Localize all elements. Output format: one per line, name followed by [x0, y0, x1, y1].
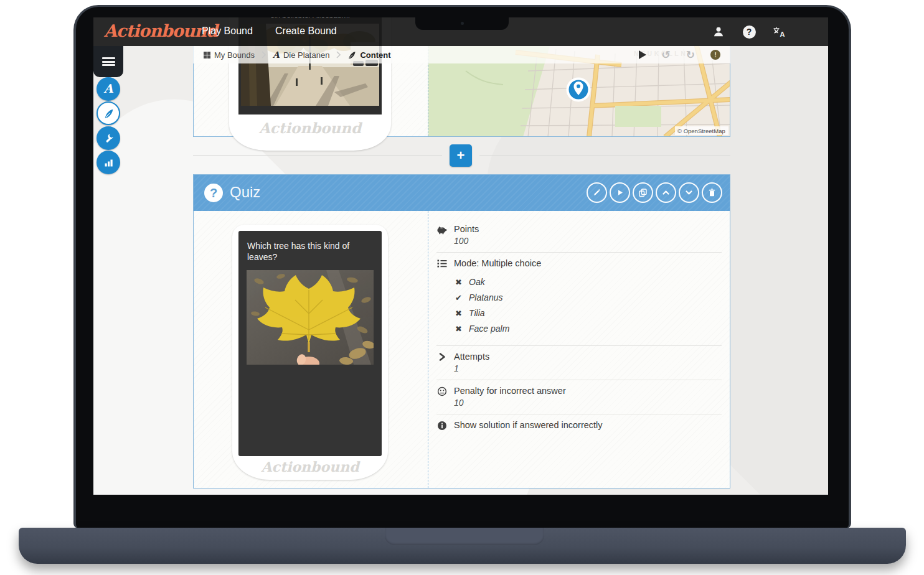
- quiz-photo-leaf: [247, 270, 374, 365]
- breadcrumb-my-bounds[interactable]: My Bounds: [204, 50, 255, 60]
- sidebar-item-settings[interactable]: [97, 126, 120, 150]
- move-up-button[interactable]: [656, 182, 676, 203]
- grid-icon: [204, 52, 210, 58]
- move-down-button[interactable]: [679, 182, 699, 203]
- user-icon[interactable]: [712, 25, 725, 39]
- quiz-phone-preview: Which tree has this kind of leaves?: [232, 225, 388, 480]
- help-icon[interactable]: ?: [742, 25, 756, 39]
- solution-section: Show solution if answered incorrectly: [436, 414, 722, 437]
- sidebar-item-bound[interactable]: A: [97, 77, 120, 101]
- quiz-card-title: Quiz: [230, 184, 260, 201]
- app-screen: NEUKÖLLN © OpenStreetMap ein beliebter A…: [93, 17, 828, 495]
- trash-icon: [707, 188, 717, 197]
- penalty-section: Penalty for incorrect answer 10: [436, 380, 722, 414]
- feather-icon: [103, 108, 114, 119]
- nav-create-bound[interactable]: Create Bound: [275, 26, 337, 37]
- answer-text: Face palm: [469, 324, 509, 334]
- neutral-face-icon: [436, 386, 447, 396]
- attempts-section: Attempts 1: [436, 346, 722, 380]
- nav-play-bound[interactable]: Play Bound: [202, 26, 253, 37]
- chevron-up-icon: [661, 188, 671, 197]
- wrong-mark-icon: ✖: [455, 278, 469, 287]
- answer-row: ✖ Face palm: [455, 324, 722, 334]
- divider-line: [479, 155, 730, 156]
- list-icon: [436, 258, 447, 268]
- quiz-type-icon: ?: [204, 184, 223, 202]
- sidebar-toggle-button[interactable]: [93, 46, 123, 77]
- menu-icon[interactable]: [803, 27, 817, 37]
- quiz-settings: Points 100: [436, 218, 722, 437]
- breadcrumb-bar: My Bounds A Die Platanen Content: [193, 46, 730, 63]
- penalty-label: Penalty for incorrect answer: [454, 386, 566, 396]
- bar-chart-icon: [103, 157, 114, 168]
- chevron-separator-icon: [336, 51, 341, 58]
- answer-row: ✔ Platanus: [455, 292, 722, 302]
- chevron-down-icon: [684, 188, 694, 197]
- question-glyph: ?: [747, 27, 752, 37]
- wrong-mark-icon: ✖: [455, 309, 469, 318]
- laptop-lid-groove: [385, 528, 544, 545]
- plus-icon: +: [457, 147, 465, 164]
- info-button[interactable]: !: [710, 50, 720, 60]
- camera-notch: [415, 17, 509, 30]
- points-value: 100: [454, 236, 479, 246]
- points-label: Points: [454, 224, 479, 234]
- answer-row: ✖ Tilia: [455, 308, 722, 318]
- duplicate-button[interactable]: [633, 182, 653, 203]
- map-attribution: © OpenStreetMap: [677, 128, 725, 134]
- quiz-card-body: Which tree has this kind of leaves?: [194, 211, 730, 488]
- breadcrumb-content[interactable]: Content: [347, 50, 390, 60]
- actionbound-logo[interactable]: Actionbound: [104, 21, 217, 40]
- chevron-right-icon: [436, 352, 447, 362]
- sidebar-item-content[interactable]: [97, 101, 120, 125]
- svg-text:A: A: [780, 30, 785, 38]
- answer-text: Tilia: [469, 308, 485, 318]
- quiz-card: ? Quiz: [193, 174, 730, 489]
- question-glyph: ?: [210, 186, 217, 200]
- preview-button[interactable]: [610, 182, 630, 203]
- attempts-label: Attempts: [454, 352, 489, 362]
- navbar-icons: ? A: [712, 17, 817, 46]
- breadcrumb-label: Content: [360, 50, 390, 60]
- phone-watermark: Actionbound: [232, 459, 388, 475]
- pencil-icon: [592, 188, 601, 197]
- wrench-icon: [103, 133, 114, 144]
- play-icon: [615, 188, 625, 197]
- delete-button[interactable]: [702, 182, 722, 203]
- redo-button[interactable]: ↻: [686, 50, 695, 60]
- undo-button[interactable]: ↺: [662, 50, 671, 60]
- wrong-mark-icon: ✖: [455, 324, 469, 334]
- add-content-button[interactable]: +: [450, 144, 472, 167]
- breadcrumb-bound[interactable]: A Die Platanen: [273, 50, 329, 60]
- edit-button[interactable]: [587, 182, 607, 203]
- answer-text: Platanus: [469, 292, 502, 302]
- answer-text: Oak: [469, 277, 485, 287]
- translate-icon[interactable]: A: [773, 25, 786, 39]
- points-section: Points 100: [436, 218, 722, 253]
- attempts-value: 1: [454, 363, 489, 373]
- quiz-question-text: Which tree has this kind of leaves?: [238, 231, 382, 263]
- phone-watermark: Actionbound: [229, 119, 391, 136]
- penalty-value: 10: [454, 398, 566, 408]
- stage-phone-caption: ein beliebter Alleebaum.: [238, 17, 382, 20]
- breadcrumb-label: My Bounds: [214, 50, 255, 60]
- copy-icon: [638, 188, 648, 197]
- menu-icon: [102, 57, 115, 66]
- sidebar-item-results[interactable]: [97, 151, 120, 174]
- bound-icon: A: [273, 50, 280, 60]
- piggy-bank-icon: [436, 224, 447, 235]
- test-play-button[interactable]: [639, 50, 646, 59]
- laptop-base: [19, 528, 906, 564]
- info-icon: [436, 420, 447, 431]
- quiz-preview-pane: Which tree has this kind of leaves?: [194, 211, 428, 488]
- correct-mark-icon: ✔: [455, 293, 469, 302]
- mode-label: Mode: Multiple choice: [454, 258, 541, 268]
- breadcrumb-label: Die Platanen: [283, 50, 329, 60]
- feather-icon: [347, 50, 356, 60]
- answer-row: ✖ Oak: [455, 277, 722, 287]
- mode-section: Mode: Multiple choice ✖ Oak ✔ Platanus: [436, 253, 722, 346]
- laptop-mockup: NEUKÖLLN © OpenStreetMap ein beliebter A…: [0, 0, 924, 575]
- quiz-phone-screen: Which tree has this kind of leaves?: [238, 231, 382, 456]
- stage-toolbar: ↺ ↻ !: [639, 46, 721, 63]
- quiz-card-header: ? Quiz: [194, 175, 730, 211]
